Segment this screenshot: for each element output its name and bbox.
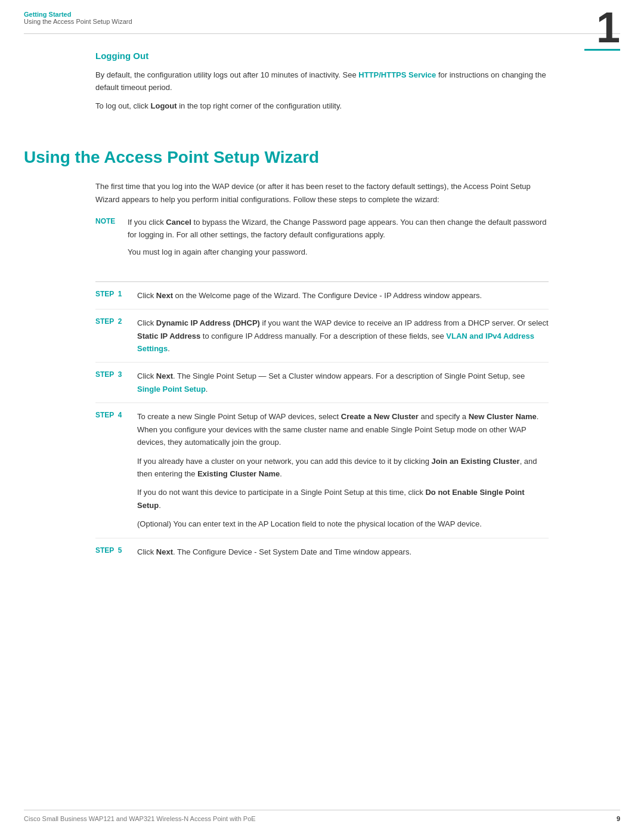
step-2-content: Click Dynamic IP Address (DHCP) if you w… bbox=[137, 317, 549, 355]
footer-text: Cisco Small Business WAP121 and WAP321 W… bbox=[24, 815, 256, 822]
step-4-para2: If you already have a cluster on your ne… bbox=[137, 455, 549, 481]
chapter-number: 1 bbox=[596, 6, 620, 49]
step-3-row: STEP 3 Click Next. The Single Point Setu… bbox=[95, 363, 549, 403]
logging-out-para2: To log out, click Logout in the top righ… bbox=[95, 100, 549, 113]
step-4-content: To create a new Single Point Setup of WA… bbox=[137, 410, 549, 531]
breadcrumb-sub: Using the Access Point Setup Wizard bbox=[24, 18, 620, 25]
step-2-row: STEP 2 Click Dynamic IP Address (DHCP) i… bbox=[95, 309, 549, 363]
page-footer: Cisco Small Business WAP121 and WAP321 W… bbox=[24, 810, 620, 822]
chapter-line bbox=[584, 49, 620, 51]
logging-out-para1: By default, the configuration utility lo… bbox=[95, 69, 549, 94]
step-1-content: Click Next on the Welcome page of the Wi… bbox=[137, 289, 549, 302]
step-4-para4: (Optional) You can enter text in the AP … bbox=[137, 518, 549, 530]
note-para1: If you click Cancel to bypass the Wizard… bbox=[128, 216, 549, 241]
step-5-label: STEP 5 bbox=[95, 546, 137, 555]
note-label: NOTE bbox=[95, 216, 124, 263]
breadcrumb-top: Getting Started bbox=[24, 11, 620, 18]
single-point-setup-link[interactable]: Single Point Setup bbox=[137, 385, 206, 394]
step-4-row: STEP 4 To create a new Single Point Setu… bbox=[95, 403, 549, 538]
step-1-row: STEP 1 Click Next on the Welcome page of… bbox=[95, 282, 549, 309]
logging-out-title: Logging Out bbox=[95, 51, 549, 61]
note-text: If you click Cancel to bypass the Wizard… bbox=[128, 216, 549, 263]
step-4-para1: To create a new Single Point Setup of WA… bbox=[137, 410, 549, 448]
step-3-content: Click Next. The Single Point Setup — Set… bbox=[137, 370, 549, 395]
step-3-label: STEP 3 bbox=[95, 370, 137, 379]
breadcrumb: Getting Started Using the Access Point S… bbox=[24, 11, 620, 25]
note-box: NOTE If you click Cancel to bypass the W… bbox=[95, 216, 549, 271]
step-4-para3: If you do not want this device to partic… bbox=[137, 486, 549, 512]
page-header: Getting Started Using the Access Point S… bbox=[0, 0, 644, 25]
step-5-content: Click Next. The Configure Device - Set S… bbox=[137, 546, 549, 558]
step-5-row: STEP 5 Click Next. The Configure Device … bbox=[95, 538, 549, 565]
step-4-label: STEP 4 bbox=[95, 410, 137, 419]
step-1-label: STEP 1 bbox=[95, 289, 137, 298]
note-para2: You must log in again after changing you… bbox=[128, 246, 549, 259]
footer-page: 9 bbox=[617, 815, 620, 822]
logging-out-section: Logging Out By default, the configuratio… bbox=[0, 34, 644, 130]
main-section: Using the Access Point Setup Wizard The … bbox=[0, 130, 644, 565]
step-2-label: STEP 2 bbox=[95, 317, 137, 326]
steps-container: STEP 1 Click Next on the Welcome page of… bbox=[95, 282, 549, 566]
main-content: The first time that you log into the WAP… bbox=[24, 180, 620, 565]
intro-paragraph: The first time that you log into the WAP… bbox=[95, 180, 549, 206]
main-heading: Using the Access Point Setup Wizard bbox=[24, 148, 620, 167]
http-https-link[interactable]: HTTP/HTTPS Service bbox=[358, 70, 436, 79]
